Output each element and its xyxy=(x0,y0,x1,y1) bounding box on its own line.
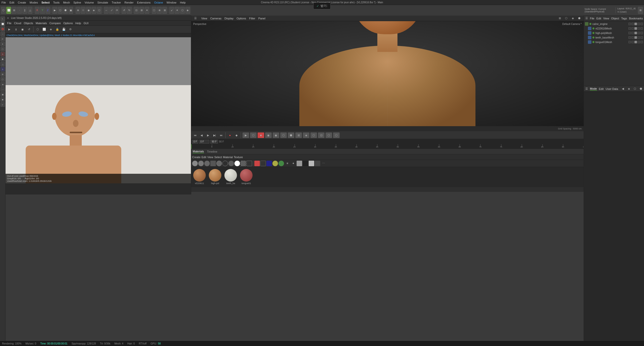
left-icon-15[interactable]: ⋯ xyxy=(1,87,5,92)
app-menu-tools[interactable]: Tools xyxy=(53,1,60,4)
mat-tb-8[interactable] xyxy=(234,161,240,166)
scene-item-3[interactable]: teeth_baseMesh xyxy=(584,35,644,40)
viewport-icon-2[interactable]: ⬡ xyxy=(564,16,569,21)
mat-menu-material[interactable]: Material xyxy=(223,156,233,159)
viewport-menu-panel[interactable]: Panel xyxy=(258,17,265,20)
props-icon-4[interactable]: ⬟ xyxy=(638,86,644,92)
material-item-0[interactable]: vl220611 xyxy=(193,169,206,185)
app-menu-edit[interactable]: Edit xyxy=(10,1,14,4)
mat-menu-select[interactable]: Select xyxy=(214,156,222,159)
app-menu-file[interactable]: File xyxy=(2,1,6,4)
lv-region[interactable]: ⬡ xyxy=(35,27,41,32)
toolbar-z[interactable]: Z xyxy=(46,7,50,14)
viewport-canvas[interactable]: Perspective Default Camera * xyxy=(191,21,584,126)
scene-item-0[interactable]: caIne_engine xyxy=(584,22,644,26)
props-icon-2[interactable]: ◈ xyxy=(626,86,632,92)
left-icon-12[interactable]: ⊞ xyxy=(1,72,5,77)
mat-menu-edit[interactable]: Edit xyxy=(202,156,206,159)
toolbar-object-mode[interactable]: ⬜ xyxy=(6,7,11,14)
tl-render12[interactable]: ⬡ xyxy=(326,132,332,138)
scene-menu-view[interactable]: View xyxy=(603,17,609,20)
tl-play[interactable]: ▶ xyxy=(205,132,211,138)
toolbar-edge-mode[interactable]: ∥ xyxy=(22,7,27,14)
tl-render11[interactable]: ⊡ xyxy=(318,132,325,138)
mat-menu-texture[interactable]: Texture xyxy=(234,156,243,159)
toolbar-boole[interactable]: ⊗ xyxy=(157,7,162,14)
tl-next-frame[interactable]: ▶| xyxy=(212,132,217,138)
toolbar-redo[interactable]: ↻ xyxy=(127,7,132,14)
toolbar-material[interactable]: ◈ xyxy=(92,7,96,14)
app-menu-mesh[interactable]: Mesh xyxy=(63,1,70,4)
mat-tb-3[interactable] xyxy=(204,161,210,166)
tl-start-frame[interactable]: 0 F xyxy=(192,140,198,144)
lv-menu-help[interactable]: Help xyxy=(75,22,81,25)
left-icon-4[interactable]: ↔ xyxy=(1,32,5,36)
toolbar-render[interactable]: ▶ xyxy=(52,7,57,14)
toolbar-render-active[interactable]: ⬟ xyxy=(63,7,68,14)
mat-tb-yellow[interactable] xyxy=(272,161,278,166)
toolbar-poly-mode[interactable]: △ xyxy=(28,7,32,14)
tab-timeline[interactable]: Timeline xyxy=(207,150,217,153)
mat-tb-black[interactable] xyxy=(303,161,308,166)
left-icon-1[interactable]: ↖ xyxy=(1,17,5,21)
left-icon-10[interactable]: △ xyxy=(1,62,5,66)
toolbar-grid[interactable]: ⊞ xyxy=(139,7,144,14)
mat-menu-create[interactable]: Create xyxy=(192,156,200,159)
viewport-menu-icon[interactable]: ☰ xyxy=(193,16,198,21)
props-tab-edit[interactable]: Edit xyxy=(599,87,604,90)
tl-goto-end[interactable]: ⏭ xyxy=(218,132,224,138)
lv-menu-cloud[interactable]: Cloud xyxy=(14,22,21,25)
lv-resolution[interactable]: ⬜ xyxy=(42,27,47,32)
lv-lock[interactable]: 🔒 xyxy=(55,27,60,32)
viewport-menu-cameras[interactable]: Cameras xyxy=(210,17,222,20)
mat-tb-checkerboard[interactable] xyxy=(240,161,246,166)
tl-render2[interactable]: ⬡ xyxy=(250,132,257,138)
left-icon-9[interactable]: ⬟ xyxy=(1,57,5,61)
toolbar-camera[interactable]: ◉ xyxy=(86,7,91,14)
tl-current-frame[interactable] xyxy=(199,140,209,144)
tl-end-frame[interactable]: 90 F xyxy=(210,140,218,144)
app-menu-modes[interactable]: Modes xyxy=(30,1,38,4)
lv-reset[interactable]: ↺ xyxy=(26,27,32,32)
toolbar-inner-extrude[interactable]: ◈ xyxy=(185,7,190,14)
viewport-icon-3[interactable]: ◈ xyxy=(570,16,576,21)
left-icon-2[interactable]: ⬜ xyxy=(1,22,5,26)
mat-tb-6[interactable] xyxy=(222,161,228,166)
tl-render10[interactable]: ⬡ xyxy=(310,132,317,138)
mat-tb-gray1[interactable] xyxy=(297,161,302,166)
toolbar-point-mode[interactable]: · xyxy=(17,7,22,14)
mat-tb-5[interactable] xyxy=(216,161,222,166)
toolbar-model-mode[interactable]: ⬡ xyxy=(1,7,6,14)
mat-tb-7[interactable] xyxy=(228,161,234,166)
viewport-icon-4[interactable]: ⬟ xyxy=(577,16,582,21)
lv-menu-objects[interactable]: Objects xyxy=(24,22,33,25)
viewport-menu-display[interactable]: Display xyxy=(224,17,233,20)
scene-menu-tags[interactable]: Tags xyxy=(621,17,627,20)
app-menu-volume[interactable]: Volume xyxy=(85,1,94,4)
left-icon-11[interactable]: S xyxy=(1,67,5,72)
material-item-2[interactable]: teeth_ba xyxy=(224,169,237,185)
mat-tb-4[interactable] xyxy=(210,161,216,166)
material-item-3[interactable]: tongue01 xyxy=(240,169,253,185)
scene-menu-bookmarks[interactable]: Bookmarks xyxy=(629,17,643,20)
tab-materials[interactable]: Materials xyxy=(193,150,204,153)
viewport-menu-filter[interactable]: Filter xyxy=(249,17,255,20)
tl-render13[interactable]: ⬡ xyxy=(333,132,340,138)
app-menu-help[interactable]: Help xyxy=(180,1,186,4)
lv-denoise[interactable]: ◈ xyxy=(48,27,54,32)
mat-tb-green[interactable] xyxy=(278,161,284,166)
mat-tb-ltgray[interactable] xyxy=(309,161,314,166)
lv-pause[interactable]: ⏸ xyxy=(13,27,19,32)
scene-menu-object[interactable]: Object xyxy=(611,17,619,20)
props-tab-mode[interactable]: Mode xyxy=(590,87,597,91)
mat-tb-2[interactable] xyxy=(198,161,204,166)
toolbar-render-region[interactable]: ⬡ xyxy=(58,7,63,14)
tl-render4[interactable]: ◉ xyxy=(265,132,272,138)
tl-record[interactable]: ● xyxy=(227,132,233,138)
app-menu-spline[interactable]: Spline xyxy=(73,1,81,4)
layout-icon[interactable]: ⊞ xyxy=(638,7,643,14)
mat-tb-more[interactable]: ⋯ xyxy=(321,161,326,166)
toolbar-axis[interactable]: ✦ xyxy=(145,7,149,14)
mat-tb-1[interactable] xyxy=(192,161,198,166)
scene-menu-edit[interactable]: Edit xyxy=(596,17,601,20)
